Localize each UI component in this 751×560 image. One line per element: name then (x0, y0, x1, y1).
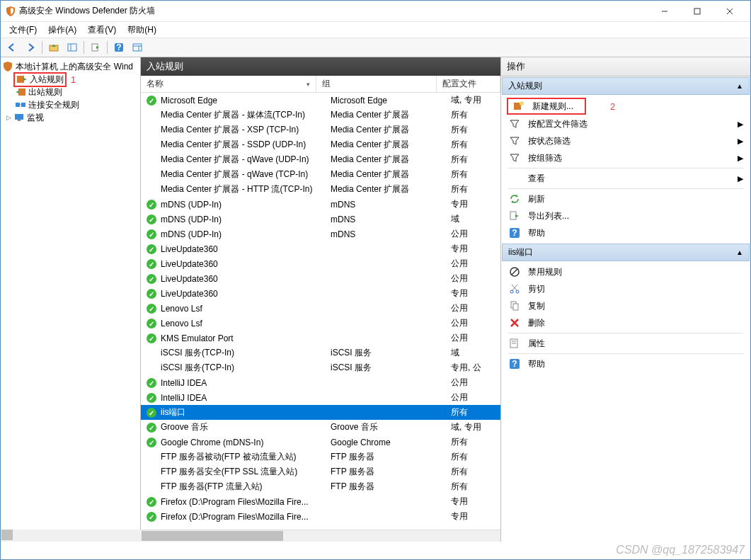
rule-row[interactable]: Media Center 扩展器 - 媒体流(TCP-In)Media Cent… (141, 108, 500, 122)
action-delete[interactable]: 删除 (504, 314, 747, 331)
rule-row[interactable]: Groove 音乐Groove 音乐域, 专用 (141, 420, 500, 435)
help-button[interactable]: ? (110, 40, 127, 55)
action-export[interactable]: 导出列表... (504, 207, 747, 224)
menu-file[interactable]: 文件(F) (5, 23, 41, 38)
enabled-icon (147, 438, 156, 447)
rule-name: Microsoft Edge (161, 96, 331, 105)
action-label: 刷新 (528, 193, 545, 205)
enabled-icon (147, 512, 156, 522)
rule-row[interactable]: mDNS (UDP-In)mDNS公用 (141, 227, 500, 241)
rule-row[interactable]: Media Center 扩展器 - SSDP (UDP-In)Media Ce… (141, 137, 500, 152)
rule-profile: 所有 (451, 168, 500, 181)
actions-section-selected[interactable]: iis端口 ▲ (502, 244, 750, 261)
actions-section-inbound[interactable]: 入站规则 ▲ (502, 77, 750, 95)
rule-row[interactable]: mDNS (UDP-In)mDNS专用 (141, 197, 500, 212)
actions-panel: 操作 入站规则 ▲ 新建规则... 2 按配置文件筛选 ▶ 按状态筛选 ▶ (501, 57, 750, 542)
back-button[interactable] (4, 40, 21, 55)
filter-icon (508, 152, 521, 164)
enabled-icon (147, 274, 156, 284)
rule-row[interactable]: Microsoft EdgeMicrosoft Edge域, 专用 (141, 93, 500, 108)
annotation-2: 2 (610, 101, 615, 112)
rule-row[interactable]: Google Chrome (mDNS-In)Google Chrome所有 (141, 435, 500, 450)
rule-profile: 所有 (451, 451, 500, 463)
rule-icon (147, 363, 156, 373)
inbound-icon (16, 74, 28, 85)
up-folder-button[interactable] (45, 40, 62, 55)
show-hide-tree-button[interactable] (64, 40, 81, 55)
rule-row[interactable]: Lenovo Lsf公用 (141, 316, 500, 331)
rule-name: mDNS (UDP-In) (161, 229, 331, 239)
rule-group: FTP 服务器 (331, 466, 451, 478)
close-button[interactable] (713, 1, 746, 22)
rule-row[interactable]: IntelliJ IDEA公用 (141, 390, 500, 405)
rule-row[interactable]: FTP 服务器被动(FTP 被动流量入站)FTP 服务器所有 (141, 450, 500, 464)
rule-name: Media Center 扩展器 - qWave (UDP-In) (161, 154, 331, 166)
action-view[interactable]: 查看 ▶ (504, 170, 747, 187)
rule-row[interactable]: Media Center 扩展器 - qWave (UDP-In)Media C… (141, 152, 500, 167)
toolbar-separator (107, 41, 108, 54)
tree-root[interactable]: 本地计算机 上的高级安全 Wind (2, 60, 139, 73)
rule-row[interactable]: LiveUpdate360专用 (141, 241, 500, 256)
col-name[interactable]: 名称▾ (141, 76, 316, 92)
rule-row[interactable]: mDNS (UDP-In)mDNS域 (141, 212, 500, 227)
tree-item-connsec[interactable]: 连接安全规则 (2, 98, 139, 111)
rule-row[interactable]: Media Center 扩展器 - qWave (TCP-In)Media C… (141, 167, 500, 182)
horizontal-scrollbar[interactable] (141, 530, 500, 542)
rules-list: Microsoft EdgeMicrosoft Edge域, 专用Media C… (141, 93, 500, 530)
rule-row[interactable]: iSCSI 服务(TCP-In)iSCSI 服务专用, 公 (141, 360, 500, 375)
rule-row[interactable]: Firefox (D:\Program Files\Mozilla Fire..… (141, 509, 500, 524)
action-refresh[interactable]: 刷新 (504, 190, 747, 207)
rule-group: FTP 服务器 (331, 481, 451, 493)
action-filter-group[interactable]: 按组筛选 ▶ (504, 149, 747, 166)
rule-row[interactable]: KMS Emulator Port公用 (141, 331, 500, 345)
rule-row[interactable]: Media Center 扩展器 - XSP (TCP-In)Media Cen… (141, 122, 500, 137)
rule-row[interactable]: iSCSI 服务(TCP-In)iSCSI 服务域 (141, 345, 500, 360)
col-profile[interactable]: 配置文件 (437, 76, 500, 92)
rule-row[interactable]: IntelliJ IDEA公用 (141, 375, 500, 390)
rule-name: Lenovo Lsf (161, 319, 331, 328)
enabled-icon (147, 96, 156, 105)
minimize-button[interactable] (648, 1, 681, 22)
action-cut[interactable]: 剪切 (504, 280, 747, 297)
enabled-icon (147, 215, 156, 224)
action-copy[interactable]: 复制 (504, 297, 747, 314)
col-group[interactable]: 组 (316, 76, 437, 92)
rule-row[interactable]: Media Center 扩展器 - HTTP 流(TCP-In)Media C… (141, 182, 500, 197)
rule-row[interactable]: iis端口所有 (141, 405, 500, 420)
svg-rect-19 (18, 120, 21, 121)
rule-name: mDNS (UDP-In) (161, 215, 331, 224)
action-filter-profile[interactable]: 按配置文件筛选 ▶ (504, 115, 747, 132)
tree-scrollbar[interactable] (1, 530, 141, 542)
menu-view[interactable]: 查看(V) (84, 23, 120, 38)
rule-row[interactable]: LiveUpdate360专用 (141, 286, 500, 301)
rule-row[interactable]: Lenovo Lsf公用 (141, 301, 500, 316)
action-help-2[interactable]: ? 帮助 (504, 355, 747, 372)
maximize-button[interactable] (681, 1, 713, 22)
menu-help[interactable]: 帮助(H) (123, 23, 161, 38)
export-button[interactable] (87, 40, 104, 55)
enabled-icon (147, 229, 156, 239)
rule-row[interactable]: FTP 服务器安全(FTP SSL 流量入站)FTP 服务器所有 (141, 464, 500, 479)
rule-group: Media Center 扩展器 (331, 109, 451, 121)
menu-action[interactable]: 操作(A) (44, 23, 81, 38)
action-disable-rule[interactable]: 禁用规则 (504, 263, 747, 280)
layout-button[interactable] (129, 40, 146, 55)
action-filter-state[interactable]: 按状态筛选 ▶ (504, 132, 747, 149)
rule-row[interactable]: FTP 服务器(FTP 流量入站)FTP 服务器所有 (141, 479, 500, 494)
tree-item-monitor[interactable]: ▷ 监视 (2, 111, 139, 124)
rule-group: iSCSI 服务 (331, 347, 451, 359)
rule-group: Media Center 扩展器 (331, 168, 451, 181)
rule-row[interactable]: LiveUpdate360公用 (141, 256, 500, 271)
forward-button[interactable] (22, 40, 39, 55)
enabled-icon (147, 423, 156, 433)
rule-profile: 公用 (451, 228, 500, 240)
action-new-rule[interactable]: 新建规则... (507, 98, 586, 115)
rule-row[interactable]: Firefox (D:\Program Files\Mozilla Fire..… (141, 494, 500, 509)
rule-row[interactable]: LiveUpdate360公用 (141, 271, 500, 286)
blank-icon (508, 172, 521, 185)
tree-item-outbound[interactable]: 出站规则 (2, 86, 139, 98)
action-help[interactable]: ? 帮助 (504, 224, 747, 241)
tree-item-inbound[interactable]: 入站规则 1 (2, 73, 139, 86)
rule-icon (147, 467, 156, 477)
action-properties[interactable]: 属性 (504, 335, 747, 352)
